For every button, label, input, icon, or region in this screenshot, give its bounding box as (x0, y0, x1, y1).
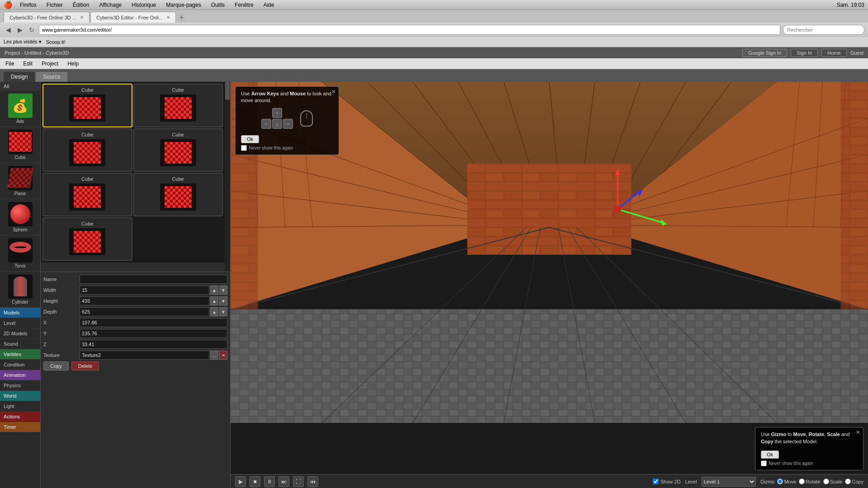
prop-height-up[interactable]: ▲ (210, 296, 218, 305)
object-item-2[interactable]: Cube (42, 128, 132, 172)
radio-scale-input[interactable] (823, 479, 829, 484)
mac-menu-fenetre[interactable]: Fenêtre (233, 1, 255, 9)
google-signin-button[interactable]: Google Sign In (742, 49, 787, 57)
copy-button[interactable]: Copy (43, 361, 69, 371)
next-button[interactable]: ⏭ (278, 476, 289, 487)
sidebar-condition[interactable]: Condition (0, 360, 40, 370)
pause-button[interactable]: ⏸ (264, 476, 275, 487)
object-item-5[interactable]: Cube (133, 173, 223, 216)
object-label-3: Cube (172, 132, 184, 137)
sidebar-ads-label: Ads (16, 119, 24, 124)
browser-tab-1-close[interactable]: ✕ (80, 15, 84, 20)
menu-help[interactable]: Help (66, 60, 80, 68)
sidebar-actions[interactable]: Actions (0, 412, 40, 422)
prop-height-input[interactable] (80, 296, 209, 305)
never-show-checkbox-movement[interactable] (241, 145, 247, 151)
refresh-button[interactable]: ↻ (27, 25, 36, 34)
prop-y-row: Y (43, 329, 227, 338)
mac-menu-fichier[interactable]: Fichier (45, 1, 65, 9)
prop-texture-input[interactable] (80, 351, 209, 360)
prop-y-input[interactable] (80, 329, 227, 338)
bookmark-scoop[interactable]: Scoop.it! (46, 39, 66, 45)
sidebar-2dmodels[interactable]: 2D Models (0, 328, 40, 339)
prop-width-down[interactable]: ▼ (219, 286, 227, 295)
tooltip-gizmo-ok[interactable]: Ok (761, 450, 779, 459)
sidebar-item-torus[interactable]: Torus (0, 235, 40, 272)
delete-button[interactable]: Delete (71, 361, 99, 371)
prop-depth-down[interactable]: ▼ (219, 307, 227, 316)
tab-source[interactable]: Source (36, 72, 67, 82)
sidebar-models[interactable]: Models (0, 308, 40, 318)
prop-name-input[interactable] (80, 275, 227, 284)
sidebar-item-cylinder[interactable]: Cylinder (0, 272, 40, 308)
home-button[interactable]: Home (821, 49, 846, 57)
url-input[interactable] (39, 25, 780, 35)
prop-width-input[interactable] (80, 286, 209, 295)
sidebar-item-cube[interactable]: Cube (0, 127, 40, 163)
browser-tab-2[interactable]: Cyberix3D Editor - Free Onli... ✕ (90, 12, 176, 23)
object-item-0[interactable]: Cube (42, 84, 132, 127)
prop-texture-clear[interactable]: ✕ (219, 351, 227, 360)
signin-button[interactable]: Sign In (791, 49, 818, 57)
play-button[interactable]: ▶ (235, 476, 246, 487)
show2d-checkbox[interactable] (653, 479, 659, 484)
prop-depth-up[interactable]: ▲ (210, 307, 218, 316)
mac-menu-marquepages[interactable]: Marque-pages (164, 1, 203, 9)
radio-move-input[interactable] (777, 479, 783, 484)
object-item-4[interactable]: Cube (42, 173, 132, 216)
tab-add-button[interactable]: + (177, 13, 186, 22)
back-button[interactable]: ◀ (4, 25, 13, 34)
record-button[interactable]: ⏮ (307, 476, 318, 487)
object-item-6[interactable]: Cube (42, 217, 132, 261)
prop-name-label: Name (43, 277, 80, 282)
prop-texture-browse[interactable]: … (210, 351, 218, 360)
radio-rotate-input[interactable] (799, 479, 805, 484)
never-show-checkbox-gizmo[interactable] (761, 460, 767, 466)
browser-tab-2-close[interactable]: ✕ (166, 15, 170, 20)
menu-file[interactable]: File (4, 60, 16, 68)
level-select[interactable]: Level 1 (702, 477, 756, 487)
panel-scrollbar[interactable] (225, 82, 230, 272)
tooltip-movement-close[interactable]: ✕ (331, 89, 336, 95)
prop-depth-input[interactable] (80, 307, 209, 316)
tooltip-gizmo-close[interactable]: ✕ (856, 429, 860, 436)
menu-project[interactable]: Project (40, 60, 60, 68)
search-input[interactable] (783, 25, 864, 35)
prop-x-input[interactable] (80, 318, 227, 327)
mac-menu-affichage[interactable]: Affichage (97, 1, 123, 9)
object-item-1[interactable]: Cube (133, 84, 223, 127)
object-item-3[interactable]: Cube (133, 128, 223, 172)
fullscreen-button[interactable]: ⛶ (293, 476, 304, 487)
sidebar-item-plane[interactable]: Plane (0, 163, 40, 199)
tooltip-movement-ok[interactable]: Ok (241, 135, 259, 143)
sidebar-timer[interactable]: Timer (0, 422, 40, 432)
menu-edit[interactable]: Edit (21, 60, 34, 68)
scroll-thumb[interactable] (225, 82, 230, 100)
mac-menu-aide[interactable]: Aide (262, 1, 276, 9)
sidebar-animation[interactable]: Animation (0, 370, 40, 380)
mac-menu-historique[interactable]: Historique (130, 1, 158, 9)
prop-width-up[interactable]: ▲ (210, 286, 218, 295)
sidebar-varibles[interactable]: Varibles (0, 349, 40, 360)
apple-menu[interactable]: 🍎 (4, 0, 13, 9)
tab-design[interactable]: Design (4, 72, 35, 82)
forward-button[interactable]: ▶ (15, 25, 24, 34)
sidebar-world[interactable]: World (0, 391, 40, 401)
stop-button[interactable]: ■ (250, 476, 260, 487)
mac-menu-edition[interactable]: Édition (71, 1, 91, 9)
radio-copy-input[interactable] (845, 479, 851, 484)
sidebar-level[interactable]: Level (0, 318, 40, 328)
prop-z-input[interactable] (80, 340, 227, 349)
mac-menu-firefox[interactable]: Firefox (18, 1, 38, 9)
sidebar-sound[interactable]: Sound (0, 339, 40, 349)
bookmark-visits[interactable]: Les plus visités ▾ (4, 39, 42, 45)
sidebar-light[interactable]: Light (0, 401, 40, 412)
object-label-2: Cube (81, 132, 93, 137)
viewport[interactable]: ✕ Use Arrow Keys and Mouse to look and m… (231, 82, 868, 488)
sidebar-physics[interactable]: Physics (0, 380, 40, 391)
prop-height-down[interactable]: ▼ (219, 296, 227, 305)
mac-menu-outils[interactable]: Outils (209, 1, 227, 9)
sidebar-item-sphere[interactable]: Sphere (0, 199, 40, 235)
browser-tab-1[interactable]: Cyberix3D - Free Online 3D ... ✕ (4, 12, 90, 23)
sidebar-item-ads[interactable]: 💰 Ads (0, 91, 40, 127)
